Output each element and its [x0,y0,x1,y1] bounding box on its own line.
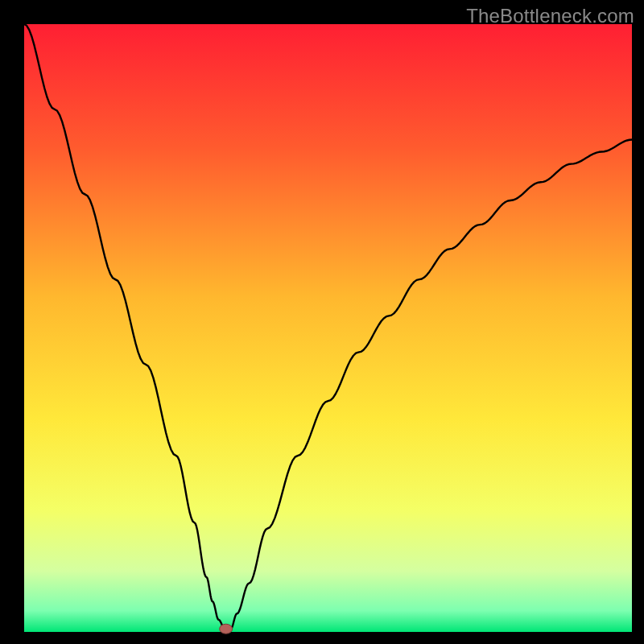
watermark-text: TheBottleneck.com [466,5,634,27]
optimal-marker [220,624,233,634]
plot-area [24,24,632,632]
chart-frame: TheBottleneck.com [0,0,644,644]
bottleneck-chart [0,0,644,644]
